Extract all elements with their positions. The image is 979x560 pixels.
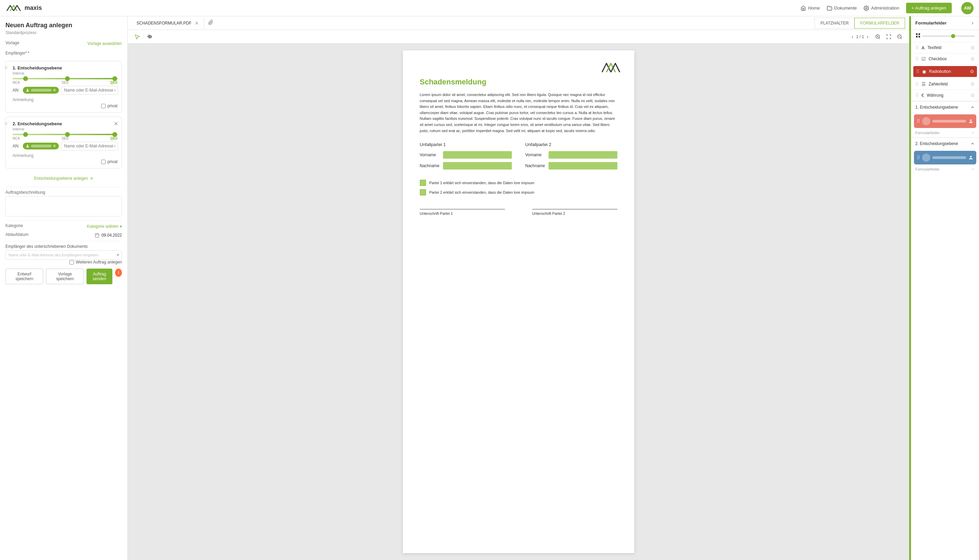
nav-documents[interactable]: Dokumente: [827, 5, 857, 11]
right-decision-title-1: 1. Entscheidungsebene: [915, 105, 958, 110]
zoom-in-button[interactable]: [874, 33, 882, 41]
logo-text: maxis: [25, 5, 42, 12]
nachname-input-2[interactable]: [549, 162, 617, 170]
platzhalter-button[interactable]: PLATZHALTER: [814, 18, 854, 28]
page-title: Neuen Auftrag anlegen: [5, 22, 122, 29]
right-panel-title: Formularfelder: [911, 16, 979, 30]
decision2-sub: Interne: [13, 127, 117, 131]
zoom-in-icon: [875, 34, 881, 40]
pdf-next-button[interactable]: ›: [867, 34, 868, 40]
date-row[interactable]: 09.04.2022: [95, 233, 122, 238]
drag-handle-2[interactable]: ≡: [5, 120, 7, 127]
empfanger-label: Empfänger*: [5, 51, 29, 55]
drag-icon-checkbox: ⠿: [915, 56, 919, 62]
svg-point-0: [866, 7, 867, 9]
recipient-tag-2[interactable]: ✕: [23, 143, 59, 150]
formularfelder-label-1[interactable]: Formularfelder: [911, 129, 979, 138]
consent-text-1: Partei 1 erklärt sich einverstanden, das…: [429, 181, 535, 185]
svg-rect-3: [95, 233, 99, 237]
private-label-2: privat: [108, 159, 117, 164]
zahlenfeld-settings-icon[interactable]: ⚙: [971, 82, 975, 87]
add-order-button[interactable]: + Auftrag anlegen: [906, 3, 952, 13]
category-select[interactable]: Kategorie wählen ▾: [87, 224, 122, 229]
grid-slider[interactable]: [922, 35, 975, 37]
right-decision-section-1: 1. Entscheidungsebene ⠿ Formularfelder: [911, 101, 979, 138]
vorlage-link[interactable]: Vorlage auswählen: [88, 41, 122, 46]
private-checkbox-2[interactable]: [101, 160, 105, 164]
vorname-input-2[interactable]: [549, 151, 617, 158]
nca-label-2: NCA: [13, 137, 20, 140]
drag-handle-1[interactable]: ≡: [5, 65, 7, 71]
vorname-input-1[interactable]: [443, 151, 512, 158]
field-item-textfeld[interactable]: ⠿ A Textfeld ⚙: [911, 42, 979, 53]
tab-clip[interactable]: [204, 17, 218, 29]
draft-button[interactable]: Entwurf speichern: [5, 268, 43, 284]
qes-label-2: QES: [110, 137, 117, 140]
ablaufdatum-label: Ablaufdatum: [5, 232, 28, 237]
right-decision-header-1[interactable]: 1. Entscheidungsebene: [911, 102, 979, 113]
fit-page-button[interactable]: [885, 33, 893, 41]
checkbox-settings-icon[interactable]: ⚙: [971, 56, 975, 62]
formularfelder-label-2[interactable]: Formularfelder: [911, 166, 979, 174]
recipient-input-2[interactable]: [61, 142, 118, 150]
pdf-prev-button[interactable]: ‹: [852, 34, 853, 40]
cursor-tool-button[interactable]: [133, 33, 141, 41]
field-item-zahlenfeld[interactable]: ⠿ ☰ Zahlenfeld ⚙: [911, 78, 979, 90]
formularfelder-tab-button[interactable]: FORMULARFELDER: [854, 18, 905, 28]
avatar[interactable]: AW: [961, 2, 974, 14]
hand-tool-button[interactable]: [145, 32, 154, 41]
vorlage-label: Vorlage: [5, 40, 19, 45]
signatures-section: Unterschrift Partei 1 Unterschrift Parte…: [420, 209, 617, 216]
recipient-doc-select[interactable]: Name oder E-Mail-Adresse des Empfängers …: [5, 250, 122, 260]
sig-col-1: Unterschrift Partei 1: [420, 209, 505, 216]
send-button[interactable]: Auftrag senden: [87, 268, 112, 284]
svg-rect-11: [916, 36, 918, 37]
pdf-page: Schadensmeldung Lorem ipsum dolor sit am…: [403, 50, 634, 553]
decision2-slider[interactable]: NCA SES QES: [13, 134, 117, 140]
field-item-radiobutton[interactable]: ⠿ ◉ Radiobutton ⚙: [913, 66, 977, 77]
add-level-button[interactable]: Entscheidungsebene anlegen +: [5, 173, 122, 184]
tab-close-schadensformular[interactable]: ✕: [195, 20, 199, 26]
pdf-navigation: ‹ 1 / 1 ›: [852, 33, 904, 41]
field-item-checkbox[interactable]: ⠿ ☑ Checkbox ⚙: [911, 53, 979, 65]
consent-checkbox-1[interactable]: [420, 180, 426, 186]
radiobutton-settings-icon[interactable]: ⚙: [970, 69, 974, 74]
field-item-wahrung[interactable]: ⠿ € Währung ⚙: [911, 90, 979, 101]
nachname-label-2: Nachname: [525, 163, 546, 168]
info-button[interactable]: i: [115, 268, 122, 277]
close-card-2[interactable]: ✕: [114, 120, 118, 127]
nachname-input-1[interactable]: [443, 162, 512, 170]
an-label-2: AN:: [13, 144, 21, 148]
vorname-label-1: Vorname: [420, 153, 440, 157]
recipient-name-bar-red: [932, 120, 966, 123]
textfeld-settings-icon[interactable]: ⚙: [971, 45, 975, 50]
wahrung-icon: €: [921, 93, 924, 98]
further-order-checkbox[interactable]: [70, 260, 74, 265]
consent-text-2: Partei 2 erklärt sich einverstanden, das…: [429, 190, 535, 194]
private-checkbox-1[interactable]: [101, 104, 105, 108]
nav-home[interactable]: Home: [801, 5, 820, 11]
desc-textarea[interactable]: [5, 196, 122, 217]
decision2-title: 2. Entscheidungsebene: [13, 121, 117, 126]
ablaufdatum-row: Ablaufdatum 09.04.2022: [5, 232, 122, 238]
template-button[interactable]: Vorlage speichern: [46, 268, 84, 284]
consent-checkbox-2[interactable]: [420, 189, 426, 195]
tab-schadensformular[interactable]: SCHADENSFORMULAR.PDF ✕: [132, 18, 204, 28]
action-buttons: Entwurf speichern Vorlage speichern Auft…: [5, 268, 122, 284]
recipient-tag-1[interactable]: ✕: [23, 87, 59, 93]
recipient-input-1[interactable]: [61, 86, 118, 95]
svg-rect-12: [918, 36, 920, 37]
nav-admin[interactable]: Administration: [864, 5, 899, 11]
textfeld-icon: A: [921, 45, 924, 50]
right-decision-header-2[interactable]: 2. Entscheidungsebene: [911, 138, 979, 150]
drag-icon-zahlenfeld: ⠿: [915, 82, 919, 87]
svg-rect-9: [916, 33, 918, 35]
zoom-out-button[interactable]: [896, 33, 904, 41]
tag-close-1[interactable]: ✕: [53, 88, 56, 93]
drag-icon-wahrung: ⠿: [915, 93, 919, 98]
tag-close-2[interactable]: ✕: [53, 144, 56, 148]
decision1-slider[interactable]: NCA SES QES: [13, 78, 117, 85]
wahrung-settings-icon[interactable]: ⚙: [971, 93, 975, 98]
textfeld-label: Textfeld: [927, 45, 968, 50]
grid-view-button[interactable]: [915, 33, 921, 39]
